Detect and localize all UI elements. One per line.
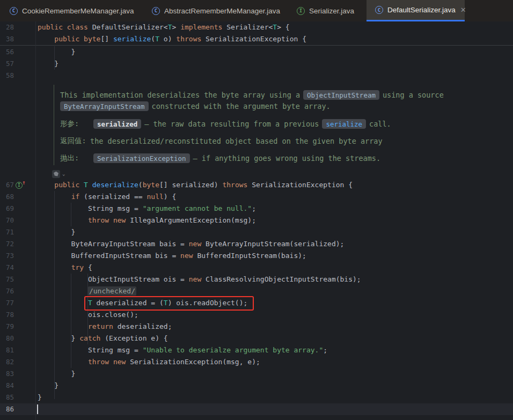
line-number[interactable]: 68 [0, 191, 14, 203]
code-token [79, 181, 84, 189]
line-number[interactable]: 28 [0, 21, 14, 33]
class-icon: C [152, 7, 160, 15]
folded-region[interactable]: /unchecked/ [88, 286, 136, 296]
ai-assistant-icon[interactable] [52, 170, 60, 178]
line-number[interactable]: 71 [0, 226, 14, 238]
doc-code-chip[interactable]: ByteArrayInputStream [60, 101, 149, 111]
code-text: ObjectInputStream ois = new ClassResolvi… [38, 274, 361, 285]
code-line-86[interactable]: 86 [0, 403, 513, 415]
doc-code-chip[interactable]: ObjectInputStream [303, 90, 379, 100]
line-number[interactable]: 85 [0, 392, 14, 403]
tab-abstractremembermemanager[interactable]: C AbstractRememberMeManager.java [139, 0, 285, 21]
code-token: } [38, 370, 75, 378]
code-line-28[interactable]: 28public class DefaultSerializer<T> impl… [0, 21, 513, 33]
code-line-69[interactable]: 69 String msg = "argument cannot be null… [0, 203, 513, 215]
code-line-71[interactable]: 71 } [0, 226, 513, 238]
tab-cookieremembermemanager[interactable]: C CookieRememberMeManager.java [0, 0, 139, 21]
doc-code-chip: serialized [93, 119, 141, 129]
code-token: BufferedInputStream bis = [38, 252, 180, 260]
chevron-down-icon[interactable]: ⌄ [62, 172, 65, 176]
doc-line: 抛出:SerializationException– if anything g… [60, 152, 380, 164]
code-line-56[interactable]: 56 } [0, 46, 513, 58]
code-line-57[interactable]: 57 } [0, 58, 513, 70]
code-line-80[interactable]: 80 } catch (Exception e) { [0, 333, 513, 344]
code-line-68[interactable]: 68 if (serialized == null) { [0, 191, 513, 203]
code-token: ) { [164, 193, 176, 201]
line-number[interactable]: 76 [0, 285, 14, 297]
code-line-82[interactable]: 82 throw new SerializationException(msg,… [0, 356, 513, 368]
code-token: ClassResolvingObjectInputStream(bis); [201, 275, 361, 283]
code-token: SerializationException(msg, e); [126, 358, 260, 366]
code-token: throw [88, 358, 109, 366]
tab-defaultserializer[interactable]: C DefaultSerializer.java ✕ [367, 0, 465, 21]
doc-edit-widget[interactable]: ⌄ [52, 170, 65, 178]
line-number[interactable]: 79 [0, 321, 14, 333]
line-number[interactable]: 69 [0, 203, 14, 215]
code-line-75[interactable]: 75 ObjectInputStream ois = new ClassReso… [0, 274, 513, 285]
code-token: > [172, 23, 180, 31]
line-number[interactable]: 56 [0, 46, 14, 58]
code-line-78[interactable]: 78 ois.close(); [0, 309, 513, 321]
line-number[interactable]: 74 [0, 262, 14, 274]
code-line-83[interactable]: 83 } [0, 368, 513, 380]
line-number[interactable]: 70 [0, 215, 14, 226]
code-line-73[interactable]: 73 BufferedInputStream bis = new Buffere… [0, 250, 513, 262]
doc-code-chip[interactable]: serialize [322, 119, 366, 129]
code-token [79, 35, 84, 43]
code-line-79[interactable]: 79 return deserialized; [0, 321, 513, 333]
code-token [38, 216, 88, 224]
code-line-81[interactable]: 81 String msg = "Unable to deserialze ar… [0, 344, 513, 356]
line-number[interactable]: 57 [0, 58, 14, 70]
code-token: new [189, 275, 201, 283]
line-number[interactable]: 38 [0, 33, 14, 45]
code-line-85[interactable]: 85} [0, 392, 513, 403]
code-token [88, 181, 92, 189]
line-number[interactable]: 86 [0, 403, 14, 415]
code-line-84[interactable]: 84 } [0, 380, 513, 392]
code-token: public [38, 23, 63, 31]
code-line-76[interactable]: 76 /unchecked/ [0, 285, 513, 297]
code-token: throw [88, 216, 109, 224]
code-line-58[interactable]: 58 [0, 70, 513, 82]
code-token: null [147, 193, 164, 201]
editor-tab-bar: C CookieRememberMeManager.java C Abstrac… [0, 0, 513, 21]
line-number[interactable]: 72 [0, 238, 14, 250]
code-token: (Exception e) { [100, 334, 167, 342]
line-number[interactable]: 78 [0, 309, 14, 321]
code-token: [] serialized) [159, 181, 222, 189]
gutter-separator [35, 21, 36, 420]
code-line-74[interactable]: 74 try { [0, 262, 513, 274]
tab-serializer[interactable]: I Serializer.java [285, 0, 367, 21]
line-number[interactable]: 73 [0, 250, 14, 262]
code-token: ; [252, 204, 256, 212]
code-line-72[interactable]: 72 ByteArrayInputStream bais = new ByteA… [0, 238, 513, 250]
code-line-70[interactable]: 70 throw new IllegalArgumentException(ms… [0, 215, 513, 226]
line-number[interactable]: 77 [0, 297, 14, 309]
line-number[interactable]: 81 [0, 344, 14, 356]
line-number[interactable]: 80 [0, 333, 14, 344]
code-token [109, 358, 113, 366]
line-number[interactable]: 75 [0, 274, 14, 285]
implements-method-gutter-icon[interactable]: I ↑ [16, 181, 27, 190]
code-line-77[interactable]: 77 T deserialized = (T) ois.readObject()… [0, 297, 513, 309]
code-text: } [38, 392, 42, 403]
code-text: BufferedInputStream bis = new BufferedIn… [38, 250, 306, 262]
line-number[interactable]: 82 [0, 356, 14, 368]
code-editor[interactable]: 56 }57 }5867 public T deserialize(byte[]… [0, 21, 513, 420]
line-number[interactable]: 58 [0, 70, 14, 82]
code-token: ByteArrayInputStream bais = [38, 240, 189, 248]
code-line-67[interactable]: 67 public T deserialize(byte[] serialize… [0, 179, 513, 191]
line-number[interactable]: 83 [0, 368, 14, 380]
code-token: { [84, 263, 92, 271]
close-tab-icon[interactable]: ✕ [460, 6, 466, 13]
line-number[interactable]: 84 [0, 380, 14, 392]
doc-code-chip[interactable]: SerializationException [93, 153, 190, 163]
code-token: deserialized; [113, 322, 172, 330]
interface-icon: I [297, 7, 305, 15]
line-number[interactable]: 67 [0, 179, 14, 191]
code-line-38[interactable]: 38 public byte[] serialize(T o) throws S… [0, 33, 513, 45]
doc-section-label: 抛出: [60, 153, 90, 163]
up-arrow-icon: ↑ [22, 179, 26, 186]
text-cursor [37, 404, 38, 414]
code-text: try { [38, 262, 92, 274]
